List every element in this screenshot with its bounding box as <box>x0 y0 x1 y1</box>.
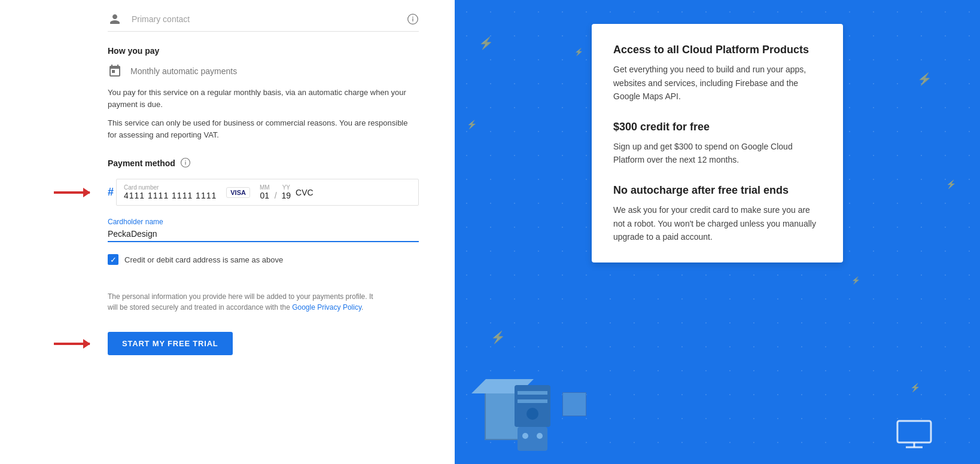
yy-field: YY 19 <box>282 184 291 200</box>
cardholder-name-input[interactable] <box>108 229 419 242</box>
payment-desc-1: You pay for this service on a regular mo… <box>108 87 419 110</box>
same-address-row[interactable]: ✓ Credit or debit card address is same a… <box>108 254 419 265</box>
card-number-group: Card number 4111 1111 1111 1111 <box>124 184 217 200</box>
trial-arrow-indicator <box>54 343 90 345</box>
visa-badge: VISA <box>226 187 250 198</box>
gift-box <box>473 368 544 440</box>
card-field-wrapper[interactable]: Card number 4111 1111 1111 1111 VISA MM … <box>116 179 419 206</box>
card-number-label: Card number <box>124 184 217 191</box>
how-you-pay-section: How you pay Monthly automatic payments Y… <box>108 46 419 157</box>
yy-label: YY <box>282 184 290 191</box>
lightning-3: ⚡ <box>467 120 477 129</box>
mm-field: MM 01 <box>260 184 270 200</box>
feature-1: Access to all Cloud Platform Products Ge… <box>613 43 821 103</box>
yy-value: 19 <box>282 191 291 200</box>
left-panel: Primary contact How you pay Monthly auto… <box>0 0 455 464</box>
how-you-pay-title: How you pay <box>108 46 419 56</box>
card-number-value: 4111 1111 1111 1111 <box>124 191 217 200</box>
feature-2: $300 credit for free Sign up and get $30… <box>613 120 821 167</box>
info-card: Access to all Cloud Platform Products Ge… <box>592 24 843 262</box>
payment-type-label: Monthly automatic payments <box>130 66 237 76</box>
card-arrow-indicator <box>54 191 90 194</box>
contact-icon <box>108 12 122 26</box>
info-icon-payment <box>180 157 192 169</box>
same-address-label: Credit or debit card address is same as … <box>124 255 283 264</box>
same-address-checkbox[interactable]: ✓ <box>108 254 118 265</box>
card-hash-icon: # <box>108 186 114 199</box>
cvc-field: CVC <box>296 188 314 197</box>
card-field-inner: Card number 4111 1111 1111 1111 VISA MM … <box>124 184 411 200</box>
primary-contact-row: Primary contact <box>108 12 419 32</box>
start-trial-button[interactable]: START MY FREE TRIAL <box>108 332 233 355</box>
cardholder-section: Cardholder name <box>108 218 419 242</box>
robot-body <box>515 385 550 452</box>
payment-type-row: Monthly automatic payments <box>108 64 419 78</box>
lightning-5: ⚡ <box>491 330 506 344</box>
arrow-body <box>54 191 90 194</box>
lightning-2: ⚡ <box>917 72 932 86</box>
mm-label: MM <box>260 184 270 191</box>
calendar-icon <box>108 64 122 78</box>
cvc-value: CVC <box>296 188 314 197</box>
feature-1-title: Access to all Cloud Platform Products <box>613 43 821 57</box>
feature-3-desc: We ask you for your credit card to make … <box>613 203 821 243</box>
lightning-8: ⚡ <box>851 276 860 285</box>
lightning-6: ⚡ <box>910 383 920 392</box>
card-row-wrapper: # Card number 4111 1111 1111 1111 VISA M… <box>108 179 419 206</box>
payment-method-section: Payment method # Card num <box>108 157 419 279</box>
feature-2-title: $300 credit for free <box>613 120 821 134</box>
slash-separator: / <box>275 191 277 200</box>
primary-contact-label: Primary contact <box>132 14 407 24</box>
trial-button-area: START MY FREE TRIAL <box>108 332 419 355</box>
illustration-area <box>455 285 980 464</box>
payment-vat-text: This service can only be used for busine… <box>108 117 419 141</box>
monitor-icon <box>896 420 932 452</box>
feature-2-desc: Sign up and get $300 to spend on Google … <box>613 140 821 167</box>
lightning-1: ⚡ <box>479 36 494 50</box>
feature-3-title: No autocharge after free trial ends <box>613 184 821 197</box>
cardholder-label: Cardholder name <box>108 218 419 226</box>
payment-method-header: Payment method <box>108 157 419 169</box>
checkbox-check-icon: ✓ <box>110 256 117 264</box>
privacy-policy-link[interactable]: Google Privacy Policy <box>292 303 361 312</box>
trial-arrow-body <box>54 343 90 345</box>
lightning-4: ⚡ <box>946 179 956 189</box>
feature-1-desc: Get everything you need to build and run… <box>613 63 821 103</box>
privacy-note: The personal information you provide her… <box>108 291 383 313</box>
mm-value: 01 <box>260 191 270 200</box>
lightning-7: ⚡ <box>574 48 583 56</box>
info-icon-contact <box>407 13 419 25</box>
right-panel: ⚡ ⚡ ⚡ ⚡ ⚡ ⚡ ⚡ ⚡ Access to all Cloud Plat… <box>455 0 980 464</box>
small-cube <box>562 392 586 416</box>
feature-3: No autocharge after free trial ends We a… <box>613 184 821 244</box>
payment-method-title: Payment method <box>108 158 175 168</box>
svg-rect-6 <box>897 421 931 442</box>
card-input-container[interactable]: # Card number 4111 1111 1111 1111 VISA M… <box>108 179 419 206</box>
